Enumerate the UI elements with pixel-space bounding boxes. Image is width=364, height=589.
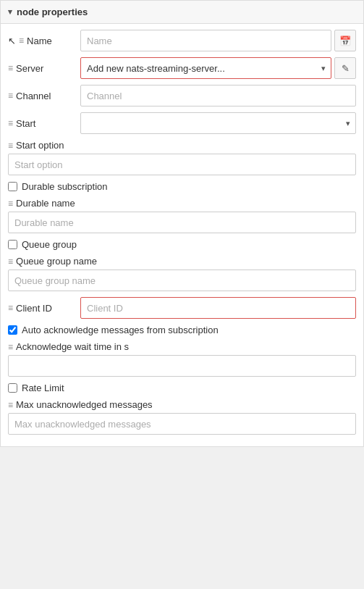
durable-name-input[interactable] [8, 212, 356, 233]
queue-group-name-label: ≡ Queue group name [8, 256, 356, 267]
edit-icon: ✎ [342, 63, 350, 74]
server-label: ≡ Server [8, 63, 80, 74]
client-id-field-row: ≡ Client ID [8, 297, 356, 319]
acknowledge-wait-row: ≡ Acknowledge wait time in s 30 [8, 341, 356, 377]
start-option-label: ≡ Start option [8, 140, 356, 151]
name-field-row: ↖ ≡ Name 📅 [8, 30, 356, 51]
panel-title: node properties [17, 7, 88, 17]
queue-group-checkbox[interactable] [8, 240, 17, 249]
channel-input[interactable] [80, 85, 356, 106]
calendar-icon: 📅 [339, 35, 351, 46]
client-id-input[interactable] [80, 297, 356, 319]
node-properties-panel: ▾ node properties ↖ ≡ Name 📅 ≡ Server [0, 0, 364, 447]
acknowledge-wait-input[interactable]: 30 [8, 355, 356, 377]
name-calendar-button[interactable]: 📅 [334, 30, 356, 51]
queue-group-row: Queue group [8, 239, 356, 250]
panel-header[interactable]: ▾ node properties [1, 1, 363, 24]
acknowledge-wait-grip-icon: ≡ [8, 342, 13, 352]
name-label: ↖ ≡ Name [8, 35, 80, 46]
rate-limit-label[interactable]: Rate Limit [22, 383, 64, 393]
durable-name-grip-icon: ≡ [8, 199, 13, 209]
durable-name-row: ≡ Durable name [8, 198, 356, 233]
rate-limit-checkbox[interactable] [8, 383, 17, 393]
start-option-row: ≡ Start option [8, 140, 356, 175]
panel-body: ↖ ≡ Name 📅 ≡ Server Add new nats-streami… [1, 24, 363, 446]
queue-group-name-grip-icon: ≡ [8, 256, 13, 267]
client-id-label: ≡ Client ID [8, 303, 80, 314]
durable-subscription-label[interactable]: Durable subscription [22, 181, 108, 192]
server-edit-button[interactable]: ✎ [334, 57, 356, 79]
max-unacknowledged-row: ≡ Max unacknowledged messages [8, 399, 356, 435]
start-select-wrapper: ▾ [80, 112, 356, 134]
server-select[interactable]: Add new nats-streaming-server... [80, 57, 331, 79]
name-input[interactable] [80, 30, 331, 51]
start-field-row: ≡ Start ▾ [8, 112, 356, 134]
queue-group-name-input[interactable] [8, 270, 356, 291]
durable-subscription-row: Durable subscription [8, 181, 356, 192]
name-grip-icon: ≡ [19, 35, 24, 46]
auto-acknowledge-label[interactable]: Auto acknowledge messages from subscript… [22, 325, 219, 335]
start-grip-icon: ≡ [8, 118, 13, 128]
cursor-icon: ↖ [8, 35, 16, 46]
name-input-wrapper: 📅 [80, 30, 356, 51]
channel-label: ≡ Channel [8, 91, 80, 101]
start-option-input[interactable] [8, 154, 356, 175]
start-option-grip-icon: ≡ [8, 141, 13, 151]
durable-subscription-checkbox[interactable] [8, 182, 17, 191]
acknowledge-wait-label: ≡ Acknowledge wait time in s [8, 341, 356, 352]
channel-field-row: ≡ Channel [8, 85, 356, 106]
auto-acknowledge-checkbox[interactable] [8, 325, 17, 335]
queue-group-label[interactable]: Queue group [22, 239, 77, 250]
max-unacknowledged-grip-icon: ≡ [8, 400, 13, 410]
client-id-grip-icon: ≡ [8, 303, 13, 313]
server-grip-icon: ≡ [8, 63, 13, 73]
max-unacknowledged-input[interactable] [8, 413, 356, 435]
server-field-row: ≡ Server Add new nats-streaming-server..… [8, 57, 356, 79]
durable-name-label: ≡ Durable name [8, 198, 356, 209]
auto-acknowledge-row: Auto acknowledge messages from subscript… [8, 325, 356, 335]
start-select[interactable] [80, 112, 356, 134]
rate-limit-row: Rate Limit [8, 383, 356, 393]
collapse-icon: ▾ [8, 7, 12, 17]
server-select-wrapper: Add new nats-streaming-server... ▾ [80, 57, 331, 79]
max-unacknowledged-label: ≡ Max unacknowledged messages [8, 399, 356, 410]
channel-grip-icon: ≡ [8, 91, 13, 101]
start-label: ≡ Start [8, 118, 80, 129]
queue-group-name-row: ≡ Queue group name [8, 256, 356, 291]
